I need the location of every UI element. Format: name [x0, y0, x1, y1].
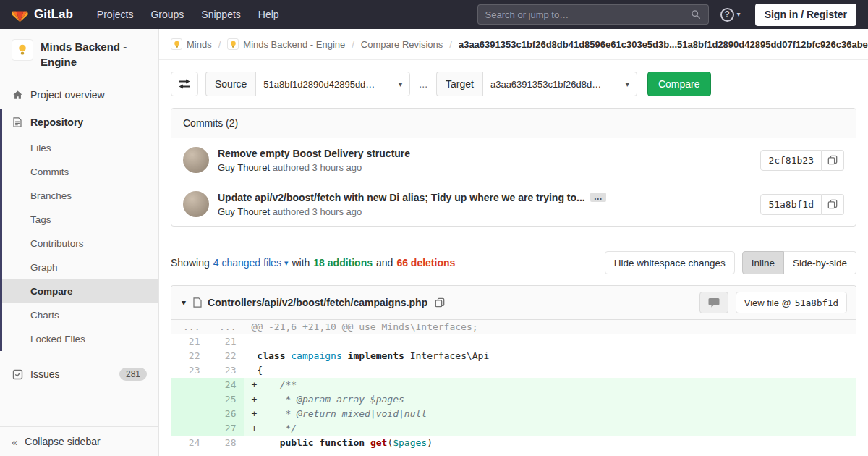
- sidebar-item-commits[interactable]: Commits: [2, 160, 158, 184]
- sidebar-item-branches[interactable]: Branches: [2, 184, 158, 208]
- navbar-link-projects[interactable]: Projects: [89, 4, 142, 25]
- compare-button[interactable]: Compare: [647, 72, 711, 96]
- gitlab-brand-link[interactable]: GitLab: [12, 7, 73, 22]
- collapse-file-icon[interactable]: ▾: [180, 297, 187, 308]
- lightbulb-icon: [174, 41, 180, 48]
- source-value: 51a8bf1d2890d42895dd…: [263, 79, 375, 90]
- lightbulb-icon: [17, 44, 27, 56]
- changed-files-dropdown[interactable]: 4 changed files ▾: [213, 257, 289, 269]
- new-line-number[interactable]: 27: [208, 421, 244, 436]
- copy-icon: [827, 155, 838, 165]
- project-title[interactable]: Minds Backend - Engine: [41, 39, 147, 69]
- diff-stats: Showing 4 changed files ▾ with 18 additi…: [171, 257, 455, 269]
- inline-view-button[interactable]: Inline: [742, 251, 784, 274]
- new-line-number[interactable]: 22: [208, 349, 244, 363]
- diff-line-code: + */: [244, 421, 856, 436]
- commit-author-link[interactable]: Guy Thouret: [218, 206, 270, 217]
- commit-title-link[interactable]: Update api/v2/boost/fetch with new Di al…: [218, 192, 585, 203]
- navbar-link-snippets[interactable]: Snippets: [193, 4, 248, 25]
- new-line-number[interactable]: 24: [208, 378, 244, 392]
- view-file-sha: 51a8bf1d: [795, 297, 838, 308]
- collapse-icon: «: [12, 436, 17, 447]
- navbar-link-help[interactable]: Help: [250, 4, 287, 25]
- hide-whitespace-button[interactable]: Hide whitespace changes: [605, 251, 735, 274]
- compare-form: Source 51a8bf1d2890d42895dd… ▾ ... Targe…: [159, 60, 868, 108]
- target-dropdown[interactable]: a3aa6391353c1bf26d8d… ▾: [482, 72, 637, 96]
- sidebar-item-locked-files[interactable]: Locked Files: [2, 327, 158, 351]
- sidebar-item-issues[interactable]: Issues 281: [0, 360, 158, 389]
- navbar-link-groups[interactable]: Groups: [142, 4, 192, 25]
- issues-count-badge: 281: [119, 368, 147, 381]
- commit-title-link[interactable]: Remove empty Boost Delivery structure: [218, 148, 410, 159]
- breadcrumb-separator: /: [352, 39, 354, 50]
- commit-meta: Guy Thouret authored 3 hours ago: [218, 206, 752, 217]
- collapse-sidebar-button[interactable]: « Collapse sidebar: [0, 426, 158, 456]
- global-search[interactable]: [477, 4, 709, 25]
- breadcrumb-item-minds-backend-engine[interactable]: Minds Backend - Engine: [227, 38, 345, 50]
- new-line-number[interactable]: 21: [208, 334, 244, 349]
- copy-path-button[interactable]: [433, 296, 446, 309]
- help-menu[interactable]: ? ▾: [720, 8, 741, 22]
- commit-sha[interactable]: 2cf81b23: [760, 150, 822, 171]
- commit-list: Remove empty Boost Delivery structureGuy…: [171, 138, 856, 226]
- copy-sha-button[interactable]: [822, 194, 844, 215]
- chevron-down-icon: ▾: [399, 80, 403, 88]
- old-line-number[interactable]: [171, 407, 208, 421]
- old-line-number[interactable]: 24: [171, 436, 208, 450]
- new-line-number[interactable]: 28: [208, 436, 244, 450]
- help-icon: ?: [720, 8, 734, 22]
- old-line-number[interactable]: [171, 392, 208, 407]
- new-line-number[interactable]: ...: [208, 320, 244, 334]
- sidebar-item-files[interactable]: Files: [2, 136, 158, 160]
- project-avatar[interactable]: [12, 39, 33, 61]
- repository-icon: [12, 117, 23, 127]
- commit-author-avatar[interactable]: [183, 191, 209, 217]
- sidebar-item-compare[interactable]: Compare: [2, 279, 158, 303]
- old-line-number[interactable]: 22: [171, 349, 208, 363]
- source-dropdown[interactable]: 51a8bf1d2890d42895dd… ▾: [255, 72, 410, 96]
- old-line-number[interactable]: 21: [171, 334, 208, 349]
- breadcrumb-item-compare-revisions[interactable]: Compare Revisions: [361, 39, 443, 50]
- breadcrumb-item-minds[interactable]: Minds: [171, 38, 212, 50]
- breadcrumb-label: Compare Revisions: [361, 39, 443, 50]
- sign-in-button[interactable]: Sign in / Register: [755, 4, 856, 26]
- diff-line-ctx: 2222 class campaigns implements Interfac…: [171, 349, 856, 363]
- diff-line-code: {: [244, 363, 856, 378]
- sidebar-item-tags[interactable]: Tags: [2, 208, 158, 232]
- diff-line-code: + * @return mixed|void|null: [244, 407, 856, 421]
- sidebar-item-charts[interactable]: Charts: [2, 303, 158, 327]
- old-line-number[interactable]: ...: [171, 320, 208, 334]
- sidebar-item-graph[interactable]: Graph: [2, 256, 158, 279]
- view-file-button[interactable]: View file @ 51a8bf1d: [736, 292, 847, 313]
- old-line-number[interactable]: 23: [171, 363, 208, 378]
- file-path[interactable]: Controllers/api/v2/boost/fetch/campaigns…: [208, 297, 427, 308]
- commit-expand-button[interactable]: …: [590, 193, 606, 202]
- breadcrumb-label: Minds Backend - Engine: [243, 39, 345, 50]
- old-line-number[interactable]: [171, 421, 208, 436]
- sidebar-item-project-overview[interactable]: Project overview: [0, 81, 158, 109]
- breadcrumb-separator: /: [449, 39, 452, 50]
- view-file-label: View file @: [744, 297, 791, 308]
- copy-sha-button[interactable]: [822, 150, 844, 171]
- side-by-side-view-button[interactable]: Side-by-side: [784, 251, 856, 274]
- sidebar-item-contributors[interactable]: Contributors: [2, 232, 158, 256]
- commit-sha[interactable]: 51a8bf1d: [760, 194, 822, 215]
- toggle-comments-button[interactable]: [699, 292, 728, 313]
- search-input[interactable]: [485, 9, 691, 20]
- commit-row: Update api/v2/boost/fetch with new Di al…: [171, 182, 856, 226]
- commit-author-avatar[interactable]: [183, 147, 209, 173]
- commit-author-link[interactable]: Guy Thouret: [218, 162, 270, 173]
- commits-panel: Commits (2) Remove empty Boost Delivery …: [171, 108, 856, 227]
- diff-line-code: @@ -21,6 +21,10 @@ use Minds\Interfaces;: [244, 320, 856, 334]
- diff-view-controls: Hide whitespace changes Inline Side-by-s…: [605, 251, 856, 274]
- new-line-number[interactable]: 25: [208, 392, 244, 407]
- diff-line-sign: [252, 336, 258, 347]
- diff-line-add: 27+ */: [171, 421, 856, 436]
- swap-revisions-button[interactable]: [171, 72, 198, 96]
- breadcrumb: Minds/Minds Backend - Engine/Compare Rev…: [159, 29, 868, 60]
- sidebar-item-repository[interactable]: Repository: [2, 109, 158, 136]
- new-line-number[interactable]: 23: [208, 363, 244, 378]
- old-line-number[interactable]: [171, 378, 208, 392]
- copy-icon: [435, 297, 445, 308]
- new-line-number[interactable]: 26: [208, 407, 244, 421]
